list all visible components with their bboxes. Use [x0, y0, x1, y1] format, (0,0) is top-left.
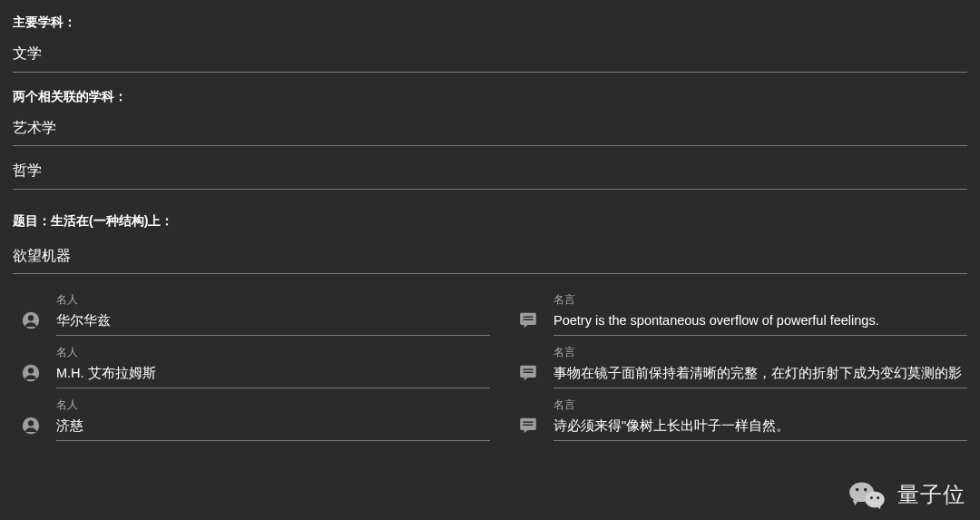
input-major-subject[interactable]	[13, 46, 967, 73]
input-related-subject-2[interactable]	[13, 163, 967, 190]
svg-rect-10	[524, 421, 534, 422]
label-major-subject: 主要学科：	[13, 15, 967, 31]
person-quote-rows: 名人 名言 名人	[13, 280, 967, 441]
input-quote-1[interactable]	[554, 313, 967, 336]
person-icon	[21, 416, 41, 436]
label-person: 名人	[56, 345, 490, 360]
svg-rect-2	[524, 316, 534, 317]
input-related-subject-1[interactable]	[13, 120, 967, 146]
form-container: 主要学科： 两个相关联的学科： 题目：生活在(一种结构)上： 名人	[0, 0, 980, 441]
svg-rect-7	[524, 372, 534, 373]
svg-point-15	[865, 491, 885, 507]
watermark: 量子位	[847, 478, 965, 511]
svg-point-13	[856, 488, 859, 492]
chat-icon	[518, 310, 538, 330]
svg-point-16	[870, 496, 873, 499]
label-quote: 名言	[554, 292, 967, 308]
input-person-1[interactable]	[56, 313, 490, 336]
svg-rect-3	[524, 319, 534, 320]
watermark-text: 量子位	[897, 480, 965, 509]
svg-point-14	[864, 488, 867, 492]
person-quote-row: 名人 名言	[18, 397, 967, 441]
label-related-subjects: 两个相关联的学科：	[13, 89, 967, 105]
svg-point-1	[28, 315, 34, 320]
chat-icon	[518, 416, 538, 436]
label-topic: 题目：生活在(一种结构)上：	[13, 213, 967, 230]
person-icon	[21, 363, 41, 383]
label-person: 名人	[56, 292, 490, 308]
person-icon	[21, 310, 41, 330]
wechat-icon	[847, 478, 887, 511]
svg-point-9	[28, 420, 34, 426]
input-quote-3[interactable]	[554, 418, 967, 441]
input-person-2[interactable]	[56, 366, 490, 388]
input-topic[interactable]	[13, 248, 967, 274]
input-person-3[interactable]	[56, 418, 490, 441]
svg-rect-11	[524, 425, 534, 426]
label-quote: 名言	[554, 397, 967, 413]
svg-rect-6	[524, 368, 534, 369]
label-quote: 名言	[554, 345, 967, 360]
input-quote-2[interactable]	[554, 366, 967, 388]
person-quote-row: 名人 名言	[18, 292, 967, 336]
svg-point-17	[877, 496, 879, 499]
label-person: 名人	[56, 397, 490, 413]
svg-point-5	[28, 368, 34, 373]
person-quote-row: 名人 名言	[18, 345, 967, 388]
chat-icon	[518, 363, 538, 383]
